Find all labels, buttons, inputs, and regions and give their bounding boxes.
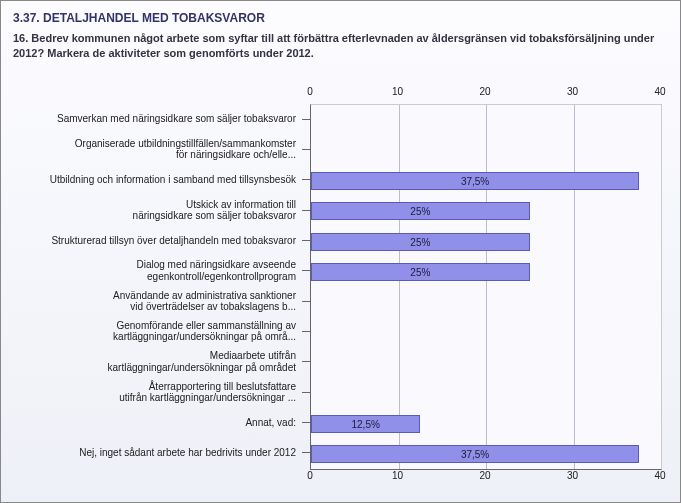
category-row: Annat, vad:	[12, 407, 302, 437]
bar: 25%	[311, 233, 530, 251]
tick-connector	[302, 301, 310, 302]
bar-value-label: 12,5%	[312, 416, 419, 434]
tick-connector	[302, 240, 310, 241]
category-labels: Samverkan med näringsidkare som säljer t…	[12, 104, 302, 468]
category-row: Användande av administrativa sanktionerv…	[12, 286, 302, 316]
category-row: Återrapportering till beslutsfattareutif…	[12, 377, 302, 407]
category-label: Annat, vad:	[245, 417, 302, 429]
category-label: Utskick av information tillnäringsidkare…	[133, 199, 302, 222]
axis-tick-label: 30	[567, 86, 578, 97]
axis-tick-label: 10	[392, 86, 403, 97]
category-label: Dialog med näringsidkare avseendeegenkon…	[136, 259, 302, 282]
plot-area: 37,5%25%25%25%12,5%37,5%	[310, 104, 662, 470]
bar: 37,5%	[311, 172, 639, 190]
axis-top: 010203040	[310, 86, 660, 104]
tick-connector	[302, 452, 310, 453]
category-row: Genomförande eller sammanställning avkar…	[12, 316, 302, 346]
axis-tick-label: 40	[654, 470, 665, 481]
category-row: Samverkan med näringsidkare som säljer t…	[12, 104, 302, 134]
category-row: Mediaarbete utifrånkartläggningar/unders…	[12, 347, 302, 377]
category-row: Utskick av information tillnäringsidkare…	[12, 195, 302, 225]
grid-line	[486, 105, 487, 469]
category-label: Samverkan med näringsidkare som säljer t…	[57, 113, 302, 125]
tick-connector	[302, 361, 310, 362]
report-header: 3.37. DETALJHANDEL MED TOBAKSVAROR 16. B…	[1, 1, 680, 69]
category-label: Nej, inget sådant arbete har bedrivits u…	[79, 447, 302, 459]
bar: 37,5%	[311, 445, 639, 463]
bar: 12,5%	[311, 415, 420, 433]
category-row: Utbildning och information i samband med…	[12, 165, 302, 195]
category-label: Organiserade utbildningstillfällen/samma…	[75, 138, 302, 161]
category-label: Mediaarbete utifrånkartläggningar/unders…	[108, 350, 302, 373]
category-label: Strukturerad tillsyn över detaljhandeln …	[51, 235, 302, 247]
bar: 25%	[311, 263, 530, 281]
grid-line	[574, 105, 575, 469]
question-text: 16. Bedrev kommunen något arbete som syf…	[13, 31, 668, 61]
bar-value-label: 25%	[312, 234, 529, 252]
bar: 25%	[311, 202, 530, 220]
tick-connector	[302, 422, 310, 423]
tick-connector	[302, 210, 310, 211]
report-panel: 3.37. DETALJHANDEL MED TOBAKSVAROR 16. B…	[0, 0, 681, 503]
category-row: Strukturerad tillsyn över detaljhandeln …	[12, 225, 302, 255]
axis-tick-label: 30	[567, 470, 578, 481]
tick-connector	[302, 149, 310, 150]
category-row: Organiserade utbildningstillfällen/samma…	[12, 134, 302, 164]
bar-value-label: 37,5%	[312, 446, 638, 464]
tick-connector	[302, 119, 310, 120]
axis-tick-label: 40	[654, 86, 665, 97]
tick-connector	[302, 331, 310, 332]
bar-value-label: 25%	[312, 264, 529, 282]
axis-tick-label: 20	[479, 470, 490, 481]
tick-connector	[302, 392, 310, 393]
chart: 010203040 Samverkan med näringsidkare so…	[12, 82, 669, 490]
axis-bottom: 010203040	[310, 470, 660, 488]
axis-tick-label: 20	[479, 86, 490, 97]
category-label: Användande av administrativa sanktionerv…	[113, 290, 302, 313]
bar-value-label: 25%	[312, 203, 529, 221]
category-row: Dialog med näringsidkare avseendeegenkon…	[12, 256, 302, 286]
category-label: Genomförande eller sammanställning avkar…	[113, 320, 302, 343]
bar-value-label: 37,5%	[312, 173, 638, 191]
category-label: Återrapportering till beslutsfattareutif…	[119, 381, 302, 404]
axis-tick-label: 0	[307, 470, 313, 481]
axis-tick-label: 10	[392, 470, 403, 481]
axis-tick-label: 0	[307, 86, 313, 97]
category-row: Nej, inget sådant arbete har bedrivits u…	[12, 438, 302, 468]
tick-connector	[302, 270, 310, 271]
category-label: Utbildning och information i samband med…	[50, 174, 302, 186]
section-title: 3.37. DETALJHANDEL MED TOBAKSVAROR	[13, 11, 668, 25]
tick-connector	[302, 179, 310, 180]
